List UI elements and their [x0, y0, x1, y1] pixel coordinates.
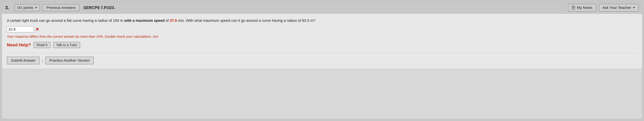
- question-number: 3.: [5, 5, 12, 10]
- notes-icon: [572, 6, 576, 10]
- unit-label: m/s: [153, 35, 158, 38]
- read-it-button[interactable]: Read It: [34, 42, 50, 48]
- ask-teacher-label: Ask Your Teacher: [602, 6, 631, 10]
- answer-input[interactable]: [7, 26, 34, 32]
- question-text: A certain light truck can go around a fl…: [7, 18, 637, 23]
- error-message: Your response differs from the correct a…: [7, 35, 637, 38]
- question-text-part1: A certain light truck can go around a fl…: [7, 18, 170, 22]
- question-body: A certain light truck can go around a fl…: [2, 14, 642, 68]
- my-notes-button[interactable]: My Notes: [568, 4, 596, 12]
- talk-to-tutor-button[interactable]: Talk to a Tutor: [53, 42, 80, 48]
- problem-id: SERCP8 7.P.023.: [83, 5, 115, 10]
- submit-answer-button[interactable]: Submit Answer: [7, 57, 40, 64]
- action-row: Submit Answer | Practice Another Version: [7, 53, 637, 64]
- points-label: 0/1 points: [17, 6, 33, 10]
- points-button[interactable]: 0/1 points: [14, 4, 40, 11]
- practice-another-version-button[interactable]: Practice Another Version: [45, 57, 94, 64]
- chevron-down-icon: [35, 7, 37, 8]
- chevron-down-icon-teacher: [633, 7, 635, 8]
- svg-rect-0: [572, 6, 575, 10]
- ask-teacher-button[interactable]: Ask Your Teacher: [599, 4, 639, 12]
- question-text-part2: m/s. With what maximum speed can it go a…: [177, 18, 315, 22]
- divider: |: [42, 58, 43, 63]
- speed-highlight: 37.5: [170, 18, 177, 22]
- need-help-label: Need Help?: [7, 42, 31, 48]
- incorrect-mark: ✕: [36, 27, 39, 32]
- previous-answers-button[interactable]: Previous Answers: [42, 4, 79, 11]
- my-notes-label: My Notes: [577, 6, 592, 10]
- page-wrapper: 3. 0/1 points Previous Answers SERCP8 7.…: [0, 0, 644, 121]
- answer-row: ✕: [7, 26, 637, 32]
- question-card: 3. 0/1 points Previous Answers SERCP8 7.…: [2, 2, 642, 119]
- question-header: 3. 0/1 points Previous Answers SERCP8 7.…: [2, 2, 642, 14]
- need-help-row: Need Help? Read It Talk to a Tutor: [7, 42, 637, 48]
